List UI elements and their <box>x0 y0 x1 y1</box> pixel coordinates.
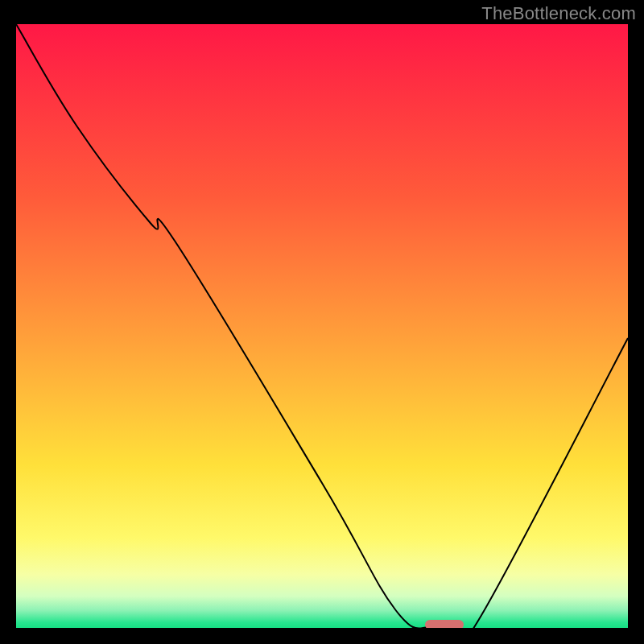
watermark-text: TheBottleneck.com <box>481 3 636 24</box>
chart-frame: TheBottleneck.com <box>0 0 644 644</box>
bottleneck-curve <box>16 24 628 628</box>
plot-area <box>16 24 628 628</box>
optimal-marker <box>425 620 464 628</box>
